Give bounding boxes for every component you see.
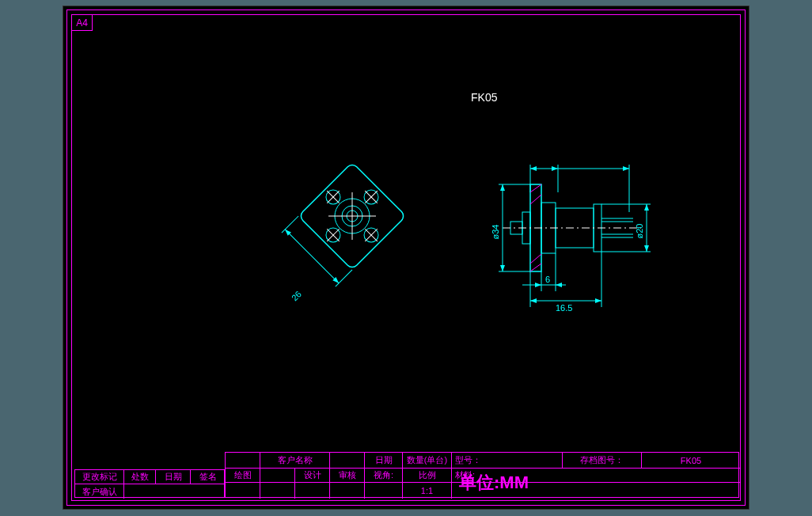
dim-front-size: 26 bbox=[290, 289, 303, 302]
svg-line-32 bbox=[530, 195, 541, 204]
svg-marker-60 bbox=[535, 283, 541, 287]
svg-marker-64 bbox=[595, 298, 601, 303]
titleblock-left: 更改标记 处数 日期 签名 客户确认 bbox=[74, 469, 225, 498]
svg-marker-28 bbox=[552, 166, 558, 171]
svg-marker-54 bbox=[644, 245, 649, 252]
svg-marker-53 bbox=[644, 204, 649, 211]
svg-marker-27 bbox=[530, 166, 537, 171]
dim-len-6: 6 bbox=[545, 275, 550, 284]
dim-dia-34: ø34 bbox=[491, 225, 500, 240]
front-view: 26 bbox=[269, 145, 435, 311]
unit-label: 单位:MM bbox=[459, 471, 529, 495]
svg-line-34 bbox=[530, 264, 541, 271]
svg-marker-48 bbox=[500, 184, 505, 191]
svg-line-19 bbox=[336, 270, 352, 286]
svg-line-18 bbox=[282, 216, 298, 233]
side-view: ø34 ø20 6 16.5 bbox=[443, 149, 673, 323]
svg-line-33 bbox=[530, 254, 541, 264]
sheet-size-label: A4 bbox=[72, 15, 93, 31]
svg-line-31 bbox=[530, 184, 541, 192]
drawing-canvas[interactable]: A4 FK05 bbox=[63, 6, 749, 510]
svg-marker-49 bbox=[500, 265, 505, 271]
svg-marker-63 bbox=[530, 298, 537, 303]
svg-marker-29 bbox=[623, 166, 629, 171]
dim-dia-20: ø20 bbox=[635, 224, 644, 239]
part-label: FK05 bbox=[471, 91, 497, 104]
dim-len-16: 16.5 bbox=[556, 303, 572, 313]
svg-marker-61 bbox=[556, 283, 562, 287]
